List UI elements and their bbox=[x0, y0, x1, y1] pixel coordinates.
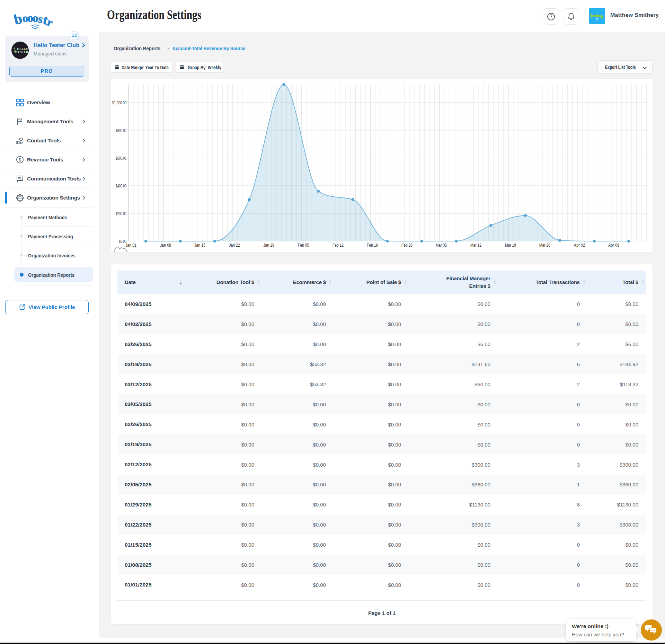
svg-text:$: $ bbox=[19, 157, 21, 162]
svg-text:Mar 19: Mar 19 bbox=[505, 242, 516, 248]
svg-text:$600.00: $600.00 bbox=[116, 156, 126, 161]
svg-text:Apr 02: Apr 02 bbox=[574, 242, 585, 248]
svg-text:Jan 15: Jan 15 bbox=[194, 242, 205, 248]
svg-text:Feb 26: Feb 26 bbox=[401, 242, 413, 248]
svg-text:Feb 12: Feb 12 bbox=[332, 242, 344, 248]
svg-text:$400.00: $400.00 bbox=[116, 183, 126, 188]
svg-text:Mar 26: Mar 26 bbox=[539, 242, 550, 248]
svg-text:Mar 12: Mar 12 bbox=[470, 242, 481, 248]
svg-text:$800.00: $800.00 bbox=[116, 128, 126, 133]
svg-text:Apr 09: Apr 09 bbox=[608, 242, 619, 248]
svg-text:Mar 05: Mar 05 bbox=[436, 242, 447, 248]
svg-text:$200.00: $200.00 bbox=[116, 211, 126, 216]
svg-text:Feb 05: Feb 05 bbox=[298, 242, 309, 248]
svg-text:Feb 19: Feb 19 bbox=[367, 242, 378, 248]
svg-text:$1,000.00: $1,000.00 bbox=[112, 100, 126, 105]
svg-text:Jan 22: Jan 22 bbox=[229, 242, 240, 248]
svg-text:Jan 08: Jan 08 bbox=[160, 242, 171, 248]
svg-text:Jan 01: Jan 01 bbox=[125, 242, 136, 248]
svg-text:Jan 29: Jan 29 bbox=[263, 242, 274, 248]
